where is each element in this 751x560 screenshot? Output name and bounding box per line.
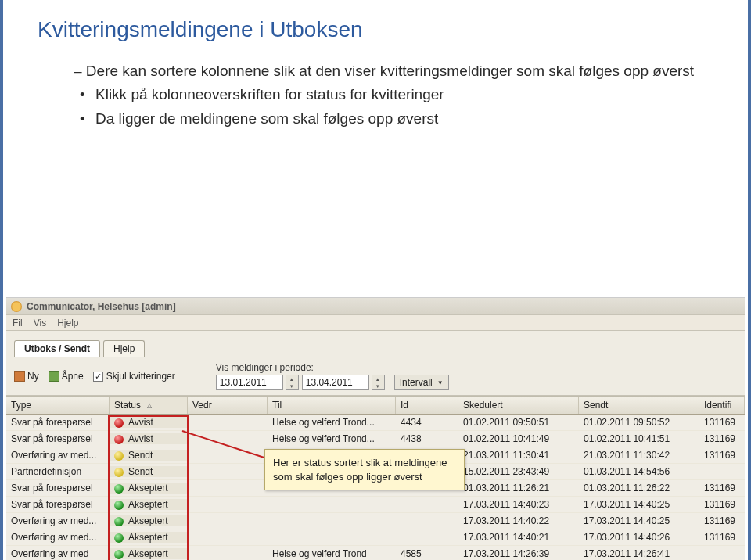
menu-bar: Fil Vis Hjelp bbox=[6, 315, 745, 331]
new-button[interactable]: Ny bbox=[14, 371, 39, 382]
tab-hjelp[interactable]: Hjelp bbox=[103, 340, 145, 357]
col-header-type[interactable]: Type bbox=[6, 397, 110, 414]
bullet-line-3: Da ligger de meldingene som skal følges … bbox=[74, 107, 748, 131]
cell-type: Svar på forespørsel bbox=[6, 499, 110, 510]
date-to-input[interactable]: 13.04.2011 bbox=[302, 375, 369, 390]
col-header-status[interactable]: Status△ bbox=[110, 397, 188, 414]
table-row[interactable]: Overføring av med...Akseptert17.03.2011 … bbox=[6, 529, 745, 546]
cell-status: Akseptert bbox=[110, 499, 188, 510]
slide-bullets: Dere kan sortere kolonnene slik at den v… bbox=[3, 55, 748, 131]
cell-skedulert: 01.02.2011 09:50:51 bbox=[458, 417, 579, 428]
table-row[interactable]: Svar på forespørselAvvistHelse og velfer… bbox=[6, 415, 745, 431]
checkbox-icon bbox=[93, 372, 103, 382]
cell-status: Sendt bbox=[110, 450, 188, 461]
table-row[interactable]: Svar på forespørselAvvistHelse og velfer… bbox=[6, 431, 745, 447]
status-dot-icon bbox=[114, 468, 124, 477]
status-dot-icon bbox=[114, 451, 124, 461]
period-group: Vis meldinger i periode: 13.01.2011 ▴▾ 1… bbox=[216, 362, 449, 390]
grid-header: Type Status△ Vedr Til Id Skedulert Sendt… bbox=[6, 396, 745, 415]
cell-skedulert: 21.03.2011 11:30:41 bbox=[458, 450, 579, 461]
cell-identifi: 131169 bbox=[699, 499, 745, 510]
tabs-row: Utboks / Sendt Hjelp bbox=[6, 331, 745, 357]
app-screenshot: Communicator, Helsehus [admin] Fil Vis H… bbox=[6, 297, 745, 560]
cell-status: Akseptert bbox=[110, 483, 188, 494]
cell-status: Akseptert bbox=[110, 515, 188, 526]
cell-type: Overføring av med... bbox=[6, 532, 110, 543]
date-to-spinner[interactable]: ▴▾ bbox=[372, 375, 385, 390]
bullet-line-1: Dere kan sortere kolonnene slik at den v… bbox=[74, 59, 748, 83]
cell-sendt: 17.03.2011 14:40:25 bbox=[579, 499, 699, 510]
cell-id: 4585 bbox=[396, 548, 458, 559]
cell-skedulert: 17.03.2011 14:26:39 bbox=[458, 548, 579, 559]
cell-identifi: 131169 bbox=[699, 532, 745, 543]
cell-id: 4434 bbox=[396, 417, 458, 428]
menu-vis[interactable]: Vis bbox=[34, 318, 46, 328]
interval-dropdown[interactable]: Intervall▼ bbox=[394, 375, 449, 390]
cell-status: Akseptert bbox=[110, 532, 188, 543]
date-from-spinner[interactable]: ▴▾ bbox=[286, 375, 299, 390]
cell-type: Overføring av med... bbox=[6, 515, 110, 526]
hide-receipts-checkbox[interactable]: Skjul kvitteringer bbox=[93, 371, 175, 382]
cell-status: Akseptert bbox=[110, 548, 188, 559]
cell-sendt: 01.02.2011 10:41:51 bbox=[579, 433, 699, 444]
new-icon bbox=[14, 371, 25, 382]
cell-sendt: 21.03.2011 11:30:42 bbox=[579, 450, 699, 461]
col-header-til[interactable]: Til bbox=[268, 397, 396, 414]
cell-skedulert: 01.03.2011 11:26:21 bbox=[458, 483, 579, 494]
status-dot-icon bbox=[114, 533, 124, 543]
col-header-identifi[interactable]: Identifi bbox=[699, 397, 745, 414]
menu-fil[interactable]: Fil bbox=[13, 318, 23, 328]
cell-skedulert: 17.03.2011 14:40:23 bbox=[458, 499, 579, 510]
col-header-skedulert[interactable]: Skedulert bbox=[458, 397, 579, 414]
slide-title: Kvitteringsmeldingene i Utboksen bbox=[3, 0, 748, 55]
cell-skedulert: 17.03.2011 14:40:22 bbox=[458, 515, 579, 526]
app-logo-icon bbox=[11, 301, 22, 312]
cell-identifi: 131169 bbox=[699, 450, 745, 461]
chevron-down-icon: ▼ bbox=[437, 379, 444, 386]
callout-box: Her er status sortert slik at meldingene… bbox=[264, 449, 465, 490]
cell-type: Svar på forespørsel bbox=[6, 417, 110, 428]
cell-type: Svar på forespørsel bbox=[6, 483, 110, 494]
sort-asc-icon: △ bbox=[147, 402, 152, 409]
app-title: Communicator, Helsehus [admin] bbox=[27, 301, 176, 312]
grid-body: Her er status sortert slik at meldingene… bbox=[6, 415, 745, 560]
cell-sendt: 17.03.2011 14:40:26 bbox=[579, 532, 699, 543]
app-titlebar: Communicator, Helsehus [admin] bbox=[6, 298, 745, 315]
table-row[interactable]: Overføring av medAkseptertHelse og velfe… bbox=[6, 546, 745, 560]
cell-til: Helse og velferd Trond... bbox=[268, 433, 396, 444]
cell-skedulert: 01.02.2011 10:41:49 bbox=[458, 433, 579, 444]
col-header-vedr[interactable]: Vedr bbox=[188, 397, 268, 414]
col-header-sendt[interactable]: Sendt bbox=[579, 397, 699, 414]
cell-til: Helse og velferd Trond... bbox=[268, 417, 396, 428]
cell-sendt: 01.03.2011 11:26:22 bbox=[579, 483, 699, 494]
tab-utboks[interactable]: Utboks / Sendt bbox=[14, 340, 100, 357]
cell-sendt: 01.02.2011 09:50:52 bbox=[579, 417, 699, 428]
cell-type: Overføring av med... bbox=[6, 450, 110, 461]
cell-sendt: 17.03.2011 14:40:25 bbox=[579, 515, 699, 526]
cell-identifi: 131169 bbox=[699, 483, 745, 494]
toolbar: Ny Åpne Skjul kvitteringer Vis meldinger… bbox=[6, 357, 745, 396]
cell-identifi: 131169 bbox=[699, 515, 745, 526]
col-header-id[interactable]: Id bbox=[396, 397, 458, 414]
status-dot-icon bbox=[114, 501, 124, 510]
table-row[interactable]: Svar på forespørselAkseptert17.03.2011 1… bbox=[6, 497, 745, 513]
table-row[interactable]: Overføring av med...Akseptert17.03.2011 … bbox=[6, 513, 745, 529]
cell-status: Sendt bbox=[110, 466, 188, 477]
status-dot-icon bbox=[114, 517, 124, 526]
status-dot-icon bbox=[114, 418, 124, 428]
open-icon bbox=[49, 371, 59, 382]
cell-sendt: 01.03.2011 14:54:56 bbox=[579, 466, 699, 477]
status-dot-icon bbox=[114, 550, 124, 559]
date-from-input[interactable]: 13.01.2011 bbox=[216, 375, 283, 390]
menu-hjelp[interactable]: Hjelp bbox=[57, 318, 78, 328]
bullet-line-2: Klikk på kolonneoverskriften for status … bbox=[74, 83, 748, 106]
cell-identifi: 131169 bbox=[699, 417, 745, 428]
cell-identifi: 131169 bbox=[699, 433, 745, 444]
cell-til: Helse og velferd Trond bbox=[268, 548, 396, 559]
status-dot-icon bbox=[114, 435, 124, 444]
cell-skedulert: 17.03.2011 14:40:21 bbox=[458, 532, 579, 543]
cell-sendt: 17.03.2011 14:26:41 bbox=[579, 548, 699, 559]
cell-type: Overføring av med bbox=[6, 548, 110, 559]
open-button[interactable]: Åpne bbox=[49, 371, 84, 382]
cell-skedulert: 15.02.2011 23:43:49 bbox=[458, 466, 579, 477]
